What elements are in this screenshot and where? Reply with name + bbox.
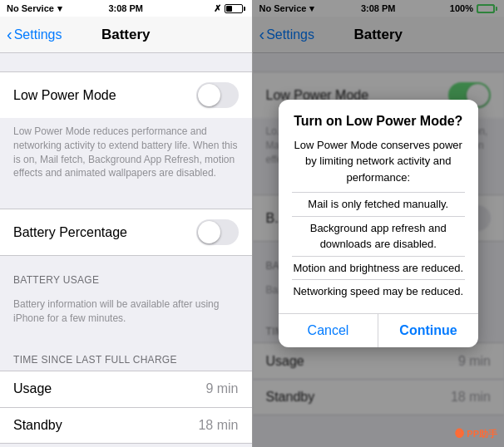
left-low-power-toggle[interactable]	[196, 82, 239, 108]
left-nav-title: Battery	[101, 27, 151, 43]
dialog-continue-button[interactable]: Continue	[378, 314, 478, 347]
left-standby-label: Standby	[13, 418, 62, 433]
dialog-actions: Cancel Continue	[279, 313, 478, 347]
left-usage-cell: Usage 9 min	[0, 371, 252, 407]
left-status-bar: No Service ▾ 3:08 PM ✗	[0, 0, 252, 17]
left-time: 3:08 PM	[108, 3, 143, 13]
left-low-power-knob	[198, 84, 220, 106]
left-content: Low Power Mode Low Power Mode reduces pe…	[0, 53, 252, 447]
left-battery-pct-knob	[198, 221, 220, 243]
low-power-dialog: Turn on Low Power Mode? Low Power Mode c…	[279, 100, 478, 347]
right-screen: No Service ▾ 3:08 PM 100% ‹ Settings Bat…	[253, 0, 505, 447]
left-bluetooth-icon: ✗	[214, 3, 221, 14]
left-service-text: No Service	[7, 3, 54, 13]
left-time-charge-header: TIME SINCE LAST FULL CHARGE	[0, 354, 252, 371]
dialog-cancel-button[interactable]: Cancel	[279, 314, 379, 347]
dialog-points-list: Mail is only fetched manually. Backgroun…	[292, 192, 465, 303]
dialog-point-3: Motion and brightness are reduced.	[292, 256, 465, 280]
left-low-power-cell[interactable]: Low Power Mode	[0, 71, 252, 118]
left-battery-pct-label: Battery Percentage	[13, 225, 127, 240]
dialog-message: Low Power Mode conserves power by limiti…	[292, 137, 465, 303]
left-battery-pct-toggle[interactable]	[196, 219, 239, 245]
dialog-point-2: Background app refresh and downloads are…	[292, 216, 465, 256]
left-battery-icon	[225, 4, 245, 13]
dialog-point-1: Mail is only fetched manually.	[292, 192, 465, 216]
watermark: 🅟 PP助手	[455, 428, 497, 440]
left-low-power-label: Low Power Mode	[13, 88, 116, 103]
left-low-power-group: Low Power Mode Low Power Mode reduces pe…	[0, 71, 252, 190]
dialog-intro: Low Power Mode conserves power by limiti…	[294, 139, 462, 184]
left-battery-pct-group: Battery Percentage	[0, 209, 252, 256]
left-wifi-icon: ▾	[57, 3, 62, 14]
left-back-chevron-icon: ‹	[7, 26, 12, 42]
dialog-body: Turn on Low Power Mode? Low Power Mode c…	[279, 100, 478, 313]
left-standby-value: 18 min	[198, 418, 238, 433]
left-battery-usage-info: Battery information will be available af…	[0, 291, 252, 336]
watermark-text: PP助手	[467, 429, 497, 439]
left-battery-usage-group: BATTERY USAGE Battery information will b…	[0, 274, 252, 336]
dialog-point-4: Networking speed may be reduced.	[292, 279, 465, 303]
left-status-left: No Service ▾	[7, 3, 62, 14]
left-low-power-description: Low Power Mode reduces performance and n…	[0, 118, 252, 190]
left-usage-label: Usage	[13, 381, 52, 396]
left-usage-value: 9 min	[205, 381, 238, 396]
left-back-label: Settings	[14, 27, 62, 42]
watermark-icon: 🅟	[455, 429, 464, 439]
left-standby-cell: Standby 18 min	[0, 407, 252, 444]
left-time-charge-group: TIME SINCE LAST FULL CHARGE Usage 9 min …	[0, 354, 252, 444]
dialog-title: Turn on Low Power Mode?	[292, 113, 465, 130]
dialog-overlay: Turn on Low Power Mode? Low Power Mode c…	[253, 0, 505, 447]
left-screen: No Service ▾ 3:08 PM ✗ ‹ Settings Batter…	[0, 0, 252, 447]
left-status-right: ✗	[214, 3, 245, 14]
left-back-button[interactable]: ‹ Settings	[7, 27, 62, 42]
left-battery-usage-header: BATTERY USAGE	[0, 274, 252, 291]
left-battery-pct-cell[interactable]: Battery Percentage	[0, 209, 252, 256]
left-nav-bar: ‹ Settings Battery	[0, 17, 252, 53]
